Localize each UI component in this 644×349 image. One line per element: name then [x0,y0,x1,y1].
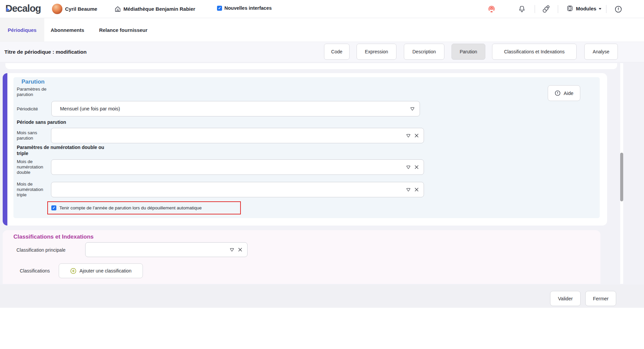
parution-section-title: Parution [21,79,45,85]
tab-periodiques[interactable]: Périodiques [0,18,44,42]
logo-letter-d: D [5,3,12,14]
section-button-description[interactable]: Description [404,44,444,60]
form-scroll-area: Parution Paramètres de parution Aide Pér… [0,62,644,285]
card-accent-bar [3,73,7,226]
params-parution-label: Paramètres de parution [17,87,50,97]
info-icon[interactable] [614,5,623,13]
depouillement-checkbox[interactable]: ✓ [51,205,56,210]
mois-double-select[interactable] [51,159,424,175]
section-button-classifications[interactable]: Classifications et Indexations [492,44,577,60]
live-user-icon[interactable] [487,5,496,13]
classification-principale-select[interactable] [85,242,248,257]
library-icon [114,5,121,13]
modules-menu[interactable]: Modules [566,5,601,12]
dropdown-icon[interactable] [410,106,415,111]
checkbox-checked-icon[interactable]: ✓ [217,6,222,11]
valider-button[interactable]: Valider [550,291,581,306]
previous-card-remnant [5,63,617,69]
aide-button[interactable]: Aide [548,85,580,101]
classifications-label: Classifications [20,268,50,273]
plus-circle-icon [70,268,76,274]
depouillement-checkbox-label: Tenir compte de l'année de parution lors… [59,205,202,210]
avatar[interactable] [52,4,62,14]
section-button-parution[interactable]: Parution [451,44,485,60]
section-button-expression[interactable]: Expression [357,44,396,60]
mois-double-label: Mois de numérotation double [17,159,52,175]
clear-icon[interactable] [414,187,419,192]
mois-sans-parution-label: Mois sans parution [17,130,50,141]
record-toolbar: Titre de périodique : modification Code … [0,42,644,62]
tab-relance-fournisseur[interactable]: Relance fournisseur [91,18,156,42]
classifications-section-title: Classifications et Indexations [13,234,94,240]
section-button-analyse[interactable]: Analyse [584,44,618,60]
periode-sans-parution-heading: Période sans parution [17,119,66,125]
mois-sans-parution-select[interactable] [51,128,424,143]
logo-flag-icon [6,8,10,12]
user-name[interactable]: Cyril Beaume [65,6,97,12]
fermer-button[interactable]: Fermer [585,291,616,306]
classifications-card: Classifications et Indexations Classific… [3,230,600,284]
new-interfaces-toggle[interactable]: ✓ Nouvelles interfaces [217,5,272,11]
section-button-code[interactable]: Code [324,44,350,60]
vertical-scrollbar-track[interactable] [620,63,623,284]
periodicite-label: Périodicité [17,106,38,112]
periodicite-select[interactable]: Mensuel (une fois par mois) [51,101,420,116]
application-window: Decalog Cyril Beaume Médiathèque Benjami… [0,0,644,349]
library-name: Médiathèque Benjamin Rabier [123,6,195,12]
decalog-logo[interactable]: Decalog [5,3,41,14]
cube-icon [566,5,574,12]
parution-card: Parution Paramètres de parution Aide Pér… [3,73,607,226]
vertical-scrollbar-thumb[interactable] [620,153,623,201]
alert-circle-icon [554,90,561,96]
dropdown-icon[interactable] [229,247,234,252]
header-divider [535,5,535,13]
mois-triple-select[interactable] [51,182,424,197]
dropdown-icon[interactable] [406,165,411,170]
chevron-down-icon [599,8,601,10]
bell-icon[interactable] [518,5,526,13]
module-tabbar: Périodiques Abonnements Relance fourniss… [0,18,644,42]
clear-icon[interactable] [238,247,243,252]
dropdown-icon[interactable] [406,187,411,192]
classification-principale-label: Classification principale [16,247,65,253]
apps-icon[interactable] [542,5,550,14]
add-classification-button[interactable]: Ajouter une classification [59,263,143,278]
clear-icon[interactable] [414,133,419,138]
modules-label: Modules [576,6,596,11]
mois-triple-label: Mois de numérotation triple [17,182,52,198]
page-title: Titre de périodique : modification [4,49,87,55]
tab-abonnements[interactable]: Abonnements [44,18,91,42]
dropdown-icon[interactable] [406,133,411,138]
action-bar: Valider Fermer [0,285,644,308]
new-interfaces-label: Nouvelles interfaces [224,5,272,11]
numerotation-heading: Paramètres de numérotation double ou tri… [17,144,106,156]
header-divider [558,5,558,13]
annotation-highlight-box: ✓ Tenir compte de l'année de parution lo… [47,201,241,214]
header-divider [606,5,606,13]
clear-icon[interactable] [414,165,419,169]
top-header: Decalog Cyril Beaume Médiathèque Benjami… [0,0,644,18]
